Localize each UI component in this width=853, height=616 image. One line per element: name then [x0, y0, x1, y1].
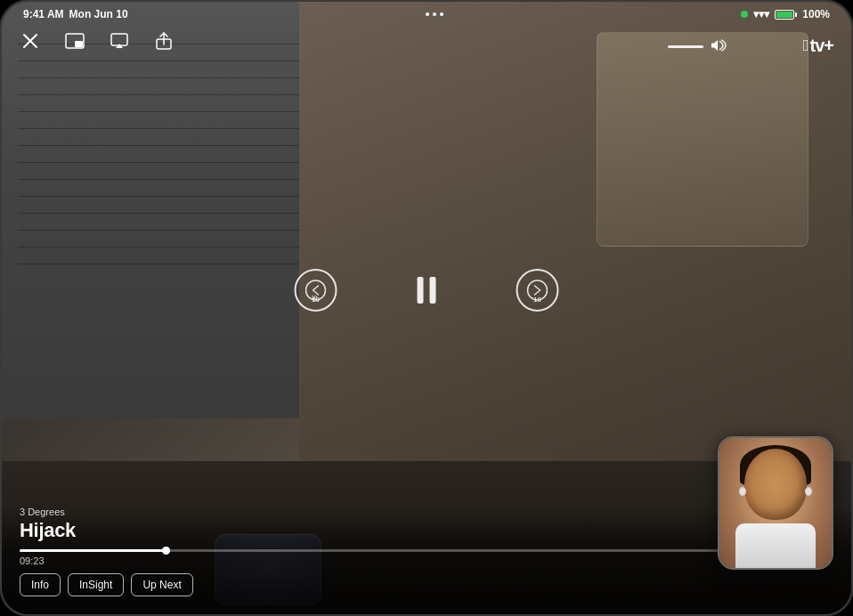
skip-forward-button[interactable]: 10 — [516, 269, 559, 312]
ft-earbud-right — [805, 487, 812, 496]
wifi-icon: ▾▾▾ — [753, 8, 769, 20]
status-left: 9:41 AM Mon Jun 10 — [23, 8, 128, 20]
show-subtitle: 3 Degrees — [20, 507, 833, 517]
apple-tv-plus-logo:  tv+ — [803, 36, 833, 56]
battery-body — [775, 10, 794, 20]
volume-bar — [668, 45, 703, 48]
status-right: ▾▾▾ 100% — [741, 8, 830, 20]
bottom-buttons: Info InSight Up Next — [20, 573, 833, 596]
up-next-button[interactable]: Up Next — [131, 573, 192, 596]
status-date: Mon Jun 10 — [69, 8, 128, 20]
status-time: 9:41 AM — [23, 8, 64, 20]
mini-player-button[interactable] — [61, 27, 89, 55]
show-info: 3 Degrees Hijack — [20, 507, 833, 542]
dot1 — [426, 12, 429, 16]
three-dots — [426, 12, 443, 16]
facetime-video — [719, 438, 832, 568]
status-center — [426, 12, 443, 16]
volume-icon — [711, 39, 727, 54]
dot2 — [433, 12, 436, 16]
share-button[interactable] — [150, 27, 178, 55]
volume-control[interactable] — [668, 39, 727, 54]
show-title: Hijack — [20, 519, 833, 542]
top-left-controls — [16, 27, 178, 55]
skip-back-button[interactable]: 10 10 — [295, 269, 337, 312]
pause-bar-left — [418, 277, 424, 304]
skip-back-label: 10 — [312, 296, 320, 304]
progress-track — [20, 549, 833, 552]
close-button[interactable] — [16, 27, 45, 55]
insight-button[interactable]: InSight — [68, 573, 124, 596]
tv-plus-text: tv+ — [810, 36, 833, 56]
ft-body — [735, 523, 816, 568]
dot3 — [440, 12, 443, 16]
battery-indicator — [775, 10, 797, 20]
skip-forward-label: 10 — [533, 296, 541, 304]
facetime-overlay[interactable] — [718, 436, 833, 570]
ft-earbud-left — [739, 487, 746, 496]
pause-bar-right — [430, 277, 436, 304]
ft-head — [744, 449, 807, 520]
progress-fill — [20, 549, 167, 552]
time-display: 09:23 — [20, 555, 833, 566]
battery-tip — [795, 12, 797, 17]
svg-rect-3 — [75, 41, 83, 47]
battery-percent: 100% — [802, 8, 830, 20]
center-playback-controls: 10 10 10 — [295, 269, 559, 312]
pause-button[interactable] — [418, 277, 436, 304]
status-bar: 9:41 AM Mon Jun 10 ▾▾▾ 100% — [2, 2, 851, 27]
active-dot — [741, 11, 748, 18]
battery-fill — [776, 12, 792, 18]
controls-overlay:  tv+ 10 10 — [2, 2, 851, 614]
progress-container[interactable]: 09:23 — [20, 549, 833, 566]
ipad-frame: 9:41 AM Mon Jun 10 ▾▾▾ 100% — [0, 0, 853, 616]
apple-icon:  — [803, 36, 808, 55]
info-button[interactable]: Info — [20, 573, 61, 596]
progress-thumb — [162, 547, 170, 555]
airplay-button[interactable] — [105, 27, 134, 55]
